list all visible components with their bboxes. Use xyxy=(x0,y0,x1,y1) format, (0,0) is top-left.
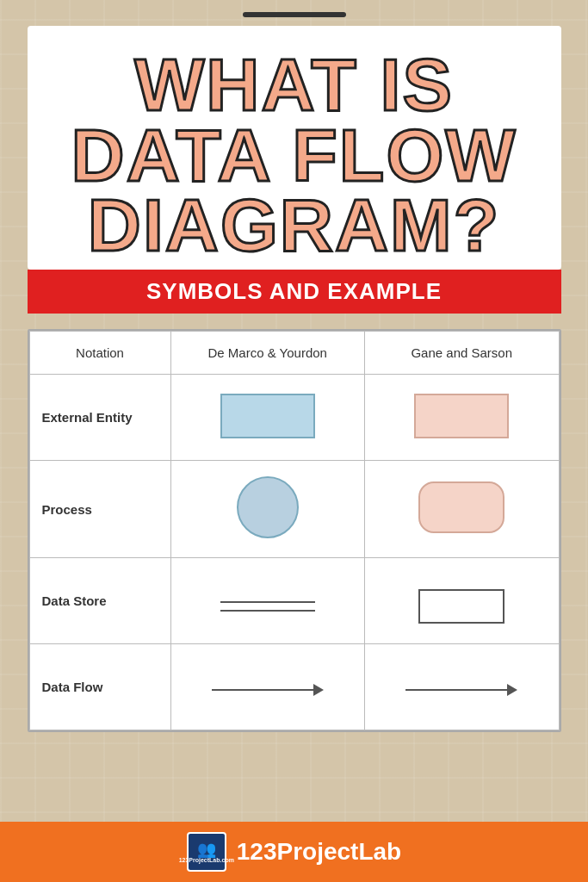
process-demarco xyxy=(170,461,365,558)
rounded-pink-rectangle xyxy=(418,481,504,533)
footer-bar: 👥 123ProjectLab.com 123ProjectLab xyxy=(0,822,588,882)
subtitle-banner: SYMBOLS AND EXAMPLE xyxy=(28,270,561,314)
data-store-lines xyxy=(220,601,315,612)
blue-circle xyxy=(237,476,299,538)
arrow-head xyxy=(507,684,517,696)
table-row: Process xyxy=(29,461,559,558)
data-flow-demarco xyxy=(170,644,365,730)
table-container: Notation De Marco & Yourdon Gane and Sar… xyxy=(28,329,561,732)
bottom-line xyxy=(420,622,503,624)
data-store-open-rect xyxy=(418,589,504,624)
title-line3: DIAGRAM? xyxy=(45,190,544,261)
footer-logo: 👥 123ProjectLab.com xyxy=(187,832,226,872)
arrow-demarco xyxy=(212,684,324,696)
title-card: WHAT IS DATA FLOW DIAGRAM? xyxy=(28,26,561,270)
arrow-line xyxy=(212,689,313,691)
dfd-table: Notation De Marco & Yourdon Gane and Sar… xyxy=(29,331,560,730)
footer-brand: 123ProjectLab xyxy=(237,838,401,866)
table-row: Data Store xyxy=(29,558,559,644)
spacer xyxy=(0,732,588,749)
header-notation: Notation xyxy=(29,332,170,375)
title-line1: WHAT IS xyxy=(45,50,544,121)
arrow-head xyxy=(313,684,324,696)
logo-icon: 👥 xyxy=(197,842,216,857)
header-gane: Gane and Sarson xyxy=(365,332,560,375)
data-store-demarco xyxy=(170,558,365,644)
label-process: Process xyxy=(29,461,170,558)
label-external-entity: External Entity xyxy=(29,375,170,461)
external-entity-demarco xyxy=(170,375,365,461)
blue-rectangle xyxy=(220,394,315,438)
external-entity-gane xyxy=(365,375,560,461)
title-line2: DATA FLOW xyxy=(45,121,544,191)
arrow-line xyxy=(405,689,507,691)
line2 xyxy=(220,610,315,612)
logo-url: 123ProjectLab.com xyxy=(179,857,234,863)
table-row: External Entity xyxy=(29,375,559,461)
top-bar xyxy=(243,12,346,17)
header-demarco: De Marco & Yourdon xyxy=(170,332,365,375)
process-gane xyxy=(365,461,560,558)
table-row: Data Flow xyxy=(29,644,559,730)
label-data-flow: Data Flow xyxy=(29,644,170,730)
data-store-gane xyxy=(365,558,560,644)
top-line xyxy=(420,589,503,591)
pink-rectangle xyxy=(414,394,509,438)
label-data-store: Data Store xyxy=(29,558,170,644)
arrow-gane xyxy=(405,684,517,696)
data-flow-gane xyxy=(365,644,560,730)
line1 xyxy=(220,601,315,603)
